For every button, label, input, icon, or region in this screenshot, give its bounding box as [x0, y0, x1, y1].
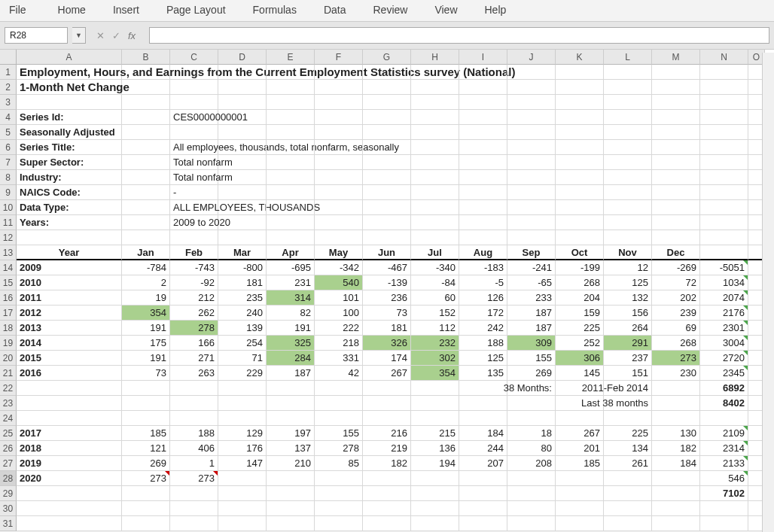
cell[interactable]: [507, 396, 556, 411]
cell[interactable]: [700, 110, 748, 125]
cell[interactable]: [170, 80, 218, 95]
row-header-1[interactable]: 1: [0, 65, 17, 80]
row-total[interactable]: 2074: [700, 290, 748, 306]
row-header-5[interactable]: 5: [0, 125, 17, 140]
data-cell[interactable]: 540: [315, 275, 363, 290]
cell[interactable]: [507, 95, 556, 110]
cell[interactable]: [411, 381, 459, 396]
cell[interactable]: [604, 200, 652, 215]
data-cell[interactable]: 278: [170, 321, 218, 336]
cell[interactable]: [700, 140, 748, 155]
data-cell[interactable]: 263: [170, 366, 218, 381]
cell[interactable]: [556, 471, 604, 486]
cell[interactable]: [267, 411, 315, 426]
data-cell[interactable]: 242: [459, 321, 507, 336]
data-cell[interactable]: -743: [170, 260, 218, 275]
cell[interactable]: [556, 185, 604, 200]
title-1[interactable]: Employment, Hours, and Earnings from the…: [17, 65, 122, 80]
table-header[interactable]: Apr: [267, 245, 315, 260]
data-cell[interactable]: 237: [604, 351, 652, 366]
table-header[interactable]: Nov: [604, 245, 652, 260]
meta-label[interactable]: Years:: [17, 215, 122, 230]
data-cell[interactable]: 73: [122, 366, 170, 381]
table-header[interactable]: Jul: [411, 245, 459, 260]
data-cell[interactable]: 264: [604, 321, 652, 336]
cell[interactable]: [411, 125, 459, 140]
cell[interactable]: [170, 501, 218, 516]
cell[interactable]: [604, 95, 652, 110]
cell[interactable]: [652, 65, 700, 80]
ribbon-tab-view[interactable]: View: [421, 1, 471, 19]
cell[interactable]: [363, 95, 411, 110]
year-cell[interactable]: 2018: [17, 441, 122, 456]
data-cell[interactable]: -199: [556, 260, 604, 275]
data-cell[interactable]: 176: [218, 441, 267, 456]
cell[interactable]: [652, 381, 700, 396]
data-cell[interactable]: 406: [170, 441, 218, 456]
cell[interactable]: [652, 230, 700, 245]
cell[interactable]: [17, 396, 122, 411]
cell[interactable]: [700, 65, 748, 80]
cell[interactable]: [363, 110, 411, 125]
cell[interactable]: [17, 230, 122, 245]
data-cell[interactable]: 187: [507, 306, 556, 321]
year-cell[interactable]: 2016: [17, 366, 122, 381]
row-header-3[interactable]: 3: [0, 95, 17, 110]
meta-label[interactable]: Data Type:: [17, 200, 122, 215]
cell[interactable]: [507, 411, 556, 426]
cell[interactable]: [459, 396, 507, 411]
cell[interactable]: [218, 471, 267, 486]
data-cell[interactable]: 136: [411, 441, 459, 456]
vertical-scrollbar[interactable]: [762, 53, 774, 532]
table-header[interactable]: Mar: [218, 245, 267, 260]
cell[interactable]: [122, 65, 170, 80]
table-header[interactable]: May: [315, 245, 363, 260]
row-header-21[interactable]: 21: [0, 366, 17, 381]
data-cell[interactable]: 125: [604, 275, 652, 290]
cell[interactable]: [556, 501, 604, 516]
name-box[interactable]: R28: [5, 27, 68, 44]
cell[interactable]: [411, 170, 459, 185]
cell[interactable]: [218, 516, 267, 531]
cell[interactable]: [17, 501, 122, 516]
cell[interactable]: [700, 170, 748, 185]
cell[interactable]: [507, 110, 556, 125]
cell[interactable]: [652, 140, 700, 155]
data-cell[interactable]: 207: [459, 456, 507, 471]
data-cell[interactable]: 174: [363, 351, 411, 366]
cell[interactable]: [315, 411, 363, 426]
data-cell[interactable]: 147: [218, 456, 267, 471]
cell[interactable]: [507, 230, 556, 245]
cell[interactable]: [604, 185, 652, 200]
row-total[interactable]: 2345: [700, 366, 748, 381]
cell[interactable]: [218, 381, 267, 396]
row-total[interactable]: 2133: [700, 456, 748, 471]
data-cell[interactable]: -695: [267, 260, 315, 275]
cell[interactable]: [218, 501, 267, 516]
data-cell[interactable]: -84: [411, 275, 459, 290]
row-header-22[interactable]: 22: [0, 381, 17, 396]
cell[interactable]: [267, 200, 315, 215]
data-cell[interactable]: 155: [315, 426, 363, 441]
row-header-13[interactable]: 13: [0, 245, 17, 260]
row-total[interactable]: 2720: [700, 351, 748, 366]
data-cell[interactable]: 219: [363, 441, 411, 456]
meta-label[interactable]: NAICS Code:: [17, 185, 122, 200]
data-cell[interactable]: 230: [652, 366, 700, 381]
data-cell[interactable]: 215: [411, 426, 459, 441]
data-cell[interactable]: -784: [122, 260, 170, 275]
data-cell[interactable]: 121: [122, 441, 170, 456]
data-cell[interactable]: 159: [556, 306, 604, 321]
data-cell[interactable]: -467: [363, 260, 411, 275]
cell[interactable]: [556, 125, 604, 140]
cell[interactable]: [652, 95, 700, 110]
cell[interactable]: [700, 230, 748, 245]
year-cell[interactable]: 2020: [17, 471, 122, 486]
cell[interactable]: [604, 155, 652, 170]
cell[interactable]: [556, 215, 604, 230]
cell[interactable]: [363, 396, 411, 411]
data-cell[interactable]: 145: [556, 366, 604, 381]
data-cell[interactable]: -92: [170, 275, 218, 290]
cell[interactable]: [363, 170, 411, 185]
title-2[interactable]: 1-Month Net Change: [17, 80, 122, 95]
